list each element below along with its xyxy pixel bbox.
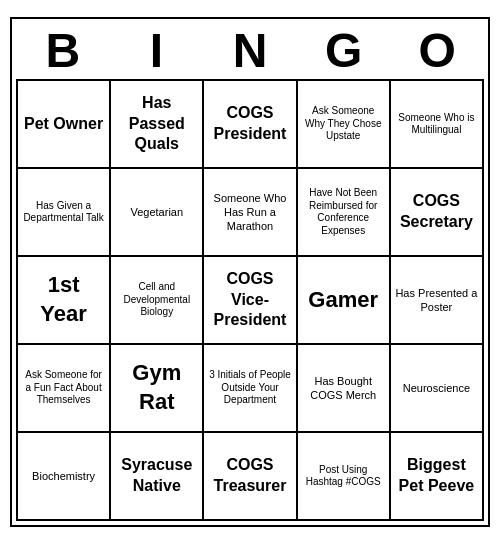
- bingo-cell[interactable]: Ask Someone for a Fun Fact About Themsel…: [18, 345, 111, 433]
- cell-text: Post Using Hashtag #COGS: [302, 464, 385, 489]
- bingo-letter: N: [203, 23, 297, 79]
- cell-text: COGS Secretary: [395, 191, 478, 233]
- bingo-cell[interactable]: Someone Who Has Run a Marathon: [204, 169, 297, 257]
- cell-text: 1st Year: [22, 271, 105, 328]
- bingo-letter: G: [297, 23, 391, 79]
- bingo-cell[interactable]: Cell and Developmental Biology: [111, 257, 204, 345]
- cell-text: COGS President: [208, 103, 291, 145]
- bingo-cell[interactable]: Pet Owner: [18, 81, 111, 169]
- cell-text: COGS Vice-President: [208, 269, 291, 331]
- cell-text: Ask Someone for a Fun Fact About Themsel…: [22, 369, 105, 407]
- bingo-cell[interactable]: Syracuse Native: [111, 433, 204, 521]
- bingo-letter: I: [110, 23, 204, 79]
- bingo-cell[interactable]: COGS President: [204, 81, 297, 169]
- bingo-cell[interactable]: Someone Who is Multilingual: [391, 81, 484, 169]
- bingo-cell[interactable]: 1st Year: [18, 257, 111, 345]
- bingo-cell[interactable]: Has Bought COGS Merch: [298, 345, 391, 433]
- cell-text: Someone Who Has Run a Marathon: [208, 191, 291, 234]
- cell-text: Pet Owner: [24, 114, 103, 135]
- cell-text: Gamer: [308, 286, 378, 315]
- bingo-cell[interactable]: COGS Vice-President: [204, 257, 297, 345]
- bingo-cell[interactable]: Has Given a Departmental Talk: [18, 169, 111, 257]
- cell-text: Cell and Developmental Biology: [115, 281, 198, 319]
- bingo-cell[interactable]: Vegetarian: [111, 169, 204, 257]
- cell-text: Has Bought COGS Merch: [302, 374, 385, 403]
- cell-text: Gym Rat: [115, 359, 198, 416]
- bingo-cell[interactable]: 3 Initials of People Outside Your Depart…: [204, 345, 297, 433]
- bingo-cell[interactable]: Has Passed Quals: [111, 81, 204, 169]
- cell-text: Someone Who is Multilingual: [395, 112, 478, 137]
- bingo-cell[interactable]: COGS Secretary: [391, 169, 484, 257]
- cell-text: 3 Initials of People Outside Your Depart…: [208, 369, 291, 407]
- bingo-cell[interactable]: Biochemistry: [18, 433, 111, 521]
- bingo-cell[interactable]: Gym Rat: [111, 345, 204, 433]
- cell-text: Biochemistry: [32, 469, 95, 483]
- bingo-grid: Pet OwnerHas Passed QualsCOGS PresidentA…: [16, 79, 484, 521]
- bingo-cell[interactable]: COGS Treasurer: [204, 433, 297, 521]
- cell-text: Syracuse Native: [115, 455, 198, 497]
- bingo-card: BINGO Pet OwnerHas Passed QualsCOGS Pres…: [10, 17, 490, 527]
- cell-text: Neuroscience: [403, 381, 470, 395]
- bingo-cell[interactable]: Neuroscience: [391, 345, 484, 433]
- bingo-letter: O: [390, 23, 484, 79]
- bingo-cell[interactable]: Gamer: [298, 257, 391, 345]
- bingo-letter: B: [16, 23, 110, 79]
- cell-text: Has Given a Departmental Talk: [22, 200, 105, 225]
- cell-text: Has Passed Quals: [115, 93, 198, 155]
- bingo-cell[interactable]: Biggest Pet Peeve: [391, 433, 484, 521]
- bingo-cell[interactable]: Has Presented a Poster: [391, 257, 484, 345]
- bingo-cell[interactable]: Have Not Been Reimbursed for Conference …: [298, 169, 391, 257]
- bingo-cell[interactable]: Ask Someone Why They Chose Upstate: [298, 81, 391, 169]
- cell-text: Have Not Been Reimbursed for Conference …: [302, 187, 385, 237]
- cell-text: COGS Treasurer: [208, 455, 291, 497]
- cell-text: Vegetarian: [130, 205, 183, 219]
- cell-text: Has Presented a Poster: [395, 286, 478, 315]
- cell-text: Biggest Pet Peeve: [395, 455, 478, 497]
- bingo-header: BINGO: [16, 23, 484, 79]
- cell-text: Ask Someone Why They Chose Upstate: [302, 105, 385, 143]
- bingo-cell[interactable]: Post Using Hashtag #COGS: [298, 433, 391, 521]
